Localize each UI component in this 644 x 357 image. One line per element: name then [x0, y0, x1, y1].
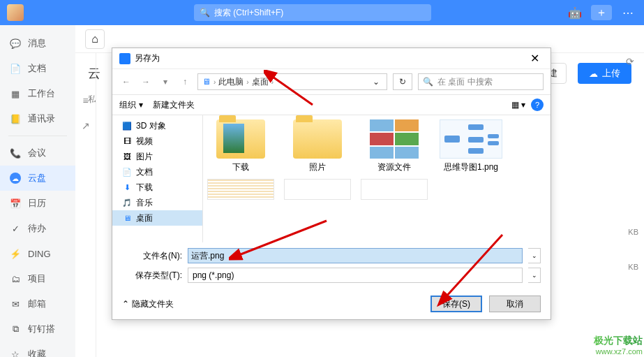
sidebar-item-project[interactable]: 🗂项目 [0, 266, 75, 291]
mail-icon: ✉ [10, 298, 21, 309]
path-box[interactable]: 🖥 › 此电脑 › 桌面 › ⌄ [197, 73, 387, 90]
search-placeholder: 搜索 (Ctrl+Shift+F) [214, 7, 283, 19]
global-search[interactable]: 🔍 搜索 (Ctrl+Shift+F) [194, 4, 431, 21]
sidebar-divider [8, 136, 67, 136]
tree-item-images[interactable]: 🖼图片 [112, 149, 202, 164]
save-button[interactable]: 保存(S) [430, 296, 482, 312]
robot-icon[interactable]: 🤖 [566, 3, 584, 22]
tree-item-downloads[interactable]: ⬇下载 [112, 180, 202, 195]
avatar[interactable] [7, 4, 24, 21]
filetype-label: 保存类型(T): [122, 270, 182, 282]
sidebar-label: 待办 [28, 222, 46, 235]
download-icon: ⬇ [122, 182, 132, 192]
tree-item-desktop[interactable]: 🖥桌面 [112, 210, 202, 226]
filetype-combo[interactable]: png (*.png) [188, 268, 523, 283]
sidebar-item-messages[interactable]: 💬消息 [0, 31, 75, 56]
history-drop[interactable]: ▾ [158, 75, 172, 89]
search-icon: 🔍 [423, 77, 433, 87]
newfolder-label: 新建文件夹 [153, 99, 195, 111]
dialog-bottom: 文件名(N): ⌄ 保存类型(T): png (*.png) ⌄ [112, 242, 551, 293]
location-tree: 🟦3D 对象 🎞视频 🖼图片 📄文档 ⬇下载 🎵音乐 🖥桌面 [112, 115, 203, 242]
hide-folders-toggle[interactable]: ⌃隐藏文件夹 [122, 298, 174, 310]
file-label: 资源文件 [377, 161, 411, 173]
path-leaf[interactable]: 桌面 [252, 76, 269, 88]
file-list[interactable]: 下载 照片 资源文件 [203, 115, 551, 242]
sidebar-label: 收藏 [28, 348, 46, 357]
cancel-label: 取消 [507, 298, 523, 310]
file-thumb[interactable] [361, 179, 428, 200]
tree-label: 文档 [136, 166, 153, 178]
view-mode-button[interactable]: ▦ ▾ [511, 100, 525, 110]
sidebar-item-contacts[interactable]: 📒通讯录 [0, 106, 75, 131]
file-item-mindmap[interactable]: 思维导图1.png [437, 119, 504, 173]
file-item-photos[interactable]: 照片 [284, 119, 351, 173]
path-dropdown[interactable]: ⌄ [370, 77, 382, 87]
upload-label: 上传 [602, 67, 620, 80]
tree-label: 下载 [136, 182, 153, 194]
doc-icon: 📄 [10, 63, 21, 74]
file-thumb[interactable] [284, 179, 351, 200]
sidebar-item-meeting[interactable]: 📞会议 [0, 140, 75, 166]
refresh-button[interactable]: ↻ [393, 73, 412, 90]
size-col: KB [628, 228, 638, 236]
hide-folders-label: 隐藏文件夹 [132, 298, 174, 310]
home-tab[interactable]: ⌂ [85, 29, 105, 49]
close-button[interactable]: ✕ [526, 52, 544, 65]
new-folder-button[interactable]: 新建文件夹 [153, 99, 195, 111]
tree-label: 图片 [136, 151, 153, 163]
more-icon[interactable]: ⋯ [619, 3, 637, 22]
path-root[interactable]: 此电脑 [218, 76, 244, 88]
back-button[interactable]: ← [119, 75, 133, 89]
sidebar-item-todo[interactable]: ✓待办 [0, 216, 75, 241]
sidebar-item-cloud[interactable]: ☁云盘 [0, 166, 75, 191]
tree-label: 视频 [136, 136, 153, 147]
cancel-button[interactable]: 取消 [489, 296, 541, 312]
music-icon: 🎵 [122, 198, 132, 207]
chevron-right-icon: › [271, 78, 274, 86]
filename-label: 文件名(N): [122, 250, 182, 262]
doc-icon: 📄 [122, 167, 132, 177]
location-search[interactable]: 🔍 在 桌面 中搜索 [418, 73, 544, 90]
tree-item-music[interactable]: 🎵音乐 [112, 195, 202, 210]
upload-button[interactable]: ☁上传 [578, 63, 631, 84]
up-button[interactable]: ↑ [178, 75, 192, 89]
organize-menu[interactable]: 组织▾ [119, 99, 143, 111]
file-thumb[interactable] [207, 179, 274, 200]
folder-icon [216, 119, 265, 159]
message-icon: 💬 [10, 38, 21, 49]
thumbnail-grid-icon [370, 119, 419, 159]
help-button[interactable]: ? [531, 99, 544, 111]
forward-button[interactable]: → [139, 75, 153, 89]
size-col: KB [628, 263, 638, 271]
tree-item-3d[interactable]: 🟦3D 对象 [112, 118, 202, 133]
sidebar-item-ding[interactable]: ⚡DING [0, 241, 75, 266]
tree-item-docs[interactable]: 📄文档 [112, 164, 202, 180]
tree-label: 3D 对象 [136, 120, 166, 132]
filename-dropdown[interactable]: ⌄ [528, 248, 541, 263]
topbar-right: 🤖 ＋ ⋯ [566, 3, 637, 22]
app-sidebar: 💬消息 📄文档 ▦工作台 📒通讯录 📞会议 ☁云盘 📅日历 ✓待办 ⚡DING … [0, 25, 75, 357]
sidebar-item-calendar[interactable]: 📅日历 [0, 191, 75, 216]
share-icon[interactable]: ↗ [82, 120, 90, 131]
sidebar-item-workbench[interactable]: ▦工作台 [0, 81, 75, 106]
plus-button[interactable]: ＋ [591, 5, 612, 20]
sidebar-label: 消息 [28, 37, 46, 50]
filter-icon[interactable]: ≡ [82, 95, 88, 106]
file-label: 思维导图1.png [444, 161, 498, 173]
tree-label: 音乐 [136, 197, 153, 209]
tree-item-video[interactable]: 🎞视频 [112, 133, 202, 149]
file-item-downloads[interactable]: 下载 [207, 119, 274, 173]
refresh-icon[interactable]: ⟳ [626, 56, 634, 67]
watermark-url: www.xz7.com [594, 347, 643, 356]
sidebar-item-mail[interactable]: ✉邮箱 [0, 291, 75, 316]
file-label: 下载 [232, 161, 249, 173]
sidebar-item-docs[interactable]: 📄文档 [0, 56, 75, 81]
filetype-dropdown[interactable]: ⌄ [528, 268, 541, 283]
filename-input[interactable] [188, 248, 523, 263]
book-icon: 📒 [10, 113, 21, 124]
sidebar-item-favorites[interactable]: ☆收藏 [0, 342, 75, 357]
file-item-resources[interactable]: 资源文件 [361, 119, 428, 173]
sidebar-item-dingda[interactable]: ⧉钉钉搭 [0, 316, 75, 342]
chevron-up-icon: ⌃ [122, 299, 129, 309]
chevron-down-icon: ▾ [139, 100, 143, 110]
